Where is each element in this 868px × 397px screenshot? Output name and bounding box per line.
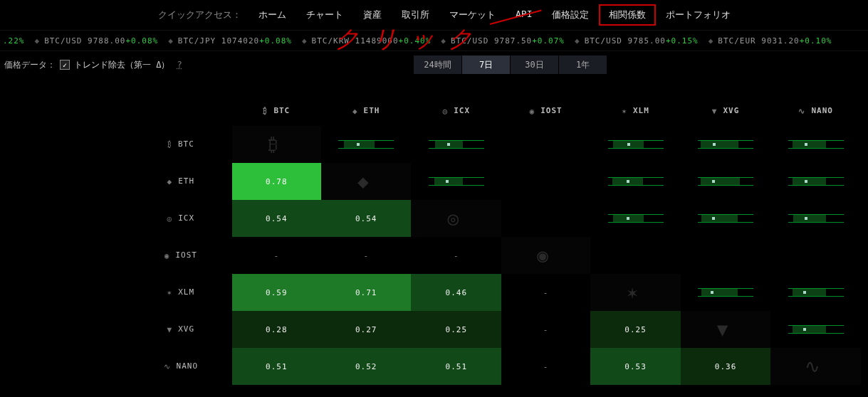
cell-NANO-IOST[interactable]: -	[501, 348, 590, 385]
cell-XLM-ICX[interactable]: 0.46	[411, 274, 501, 311]
cell-ICX-ICX[interactable]: ◎	[411, 200, 501, 237]
row-header-XVG: ▼XVG	[142, 311, 232, 348]
ticker-change: +0.10%	[800, 36, 832, 46]
cell-XLM-NANO[interactable]	[770, 274, 861, 311]
cell-XLM-BTC[interactable]: 0.59	[232, 274, 321, 311]
cell-ICX-NANO[interactable]	[770, 200, 861, 237]
cell-XLM-ETH[interactable]: 0.71	[321, 274, 412, 311]
cell-ETH-BTC[interactable]: 0.78	[232, 163, 321, 200]
cell-ICX-BTC[interactable]: 0.54	[232, 200, 321, 237]
cell-IOST-ICX[interactable]: -	[411, 237, 501, 274]
period-tab-3[interactable]: 1年	[559, 55, 607, 74]
cell-IOST-XLM[interactable]	[590, 237, 681, 274]
period-tab-1[interactable]: 7日	[462, 55, 511, 74]
period-tab-2[interactable]: 30日	[511, 55, 559, 74]
cell-ICX-XVG[interactable]	[681, 200, 771, 237]
cell-ETH-XLM[interactable]	[590, 163, 681, 200]
cell-ETH-XVG[interactable]	[681, 163, 771, 200]
eth-icon: ◆	[357, 171, 370, 192]
row-header-ETH: ◆ETH	[142, 163, 232, 200]
exchange-icon: ◆	[441, 36, 446, 46]
range-bar	[338, 140, 394, 149]
cell-IOST-ETH[interactable]: -	[321, 237, 412, 274]
col-header-BTC: ₿BTC	[232, 96, 321, 126]
range-bar	[788, 214, 844, 223]
range-bar	[429, 140, 484, 149]
cell-XVG-ETH[interactable]: 0.27	[321, 311, 412, 348]
help-icon[interactable]: ?	[177, 60, 182, 70]
ticker-fragment: .22%	[3, 36, 25, 46]
cell-XVG-BTC[interactable]: 0.28	[232, 311, 321, 348]
cell-XLM-XVG[interactable]	[681, 274, 771, 311]
cell-BTC-XLM[interactable]	[590, 126, 681, 163]
nav-items: ホームチャート資産取引所マーケットAPI価格設定相関係数ポートフォリオ	[249, 4, 741, 26]
trend-remove-label: トレンド除去（第一 Δ）	[74, 59, 169, 71]
cell-NANO-XVG[interactable]: 0.36	[681, 348, 771, 385]
quick-access-label: クイックアクセス：	[158, 9, 241, 21]
period-tab-0[interactable]: 24時間	[414, 55, 462, 74]
exchange-icon: ◆	[708, 36, 714, 46]
range-bar	[429, 177, 484, 186]
nav-item-4[interactable]: マーケット	[439, 4, 506, 26]
nav-item-2[interactable]: 資産	[353, 4, 392, 26]
cell-IOST-NANO[interactable]	[770, 237, 861, 274]
cell-XVG-IOST[interactable]: -	[501, 311, 590, 348]
cell-BTC-IOST[interactable]	[501, 126, 590, 163]
cell-ICX-XLM[interactable]	[590, 200, 681, 237]
trend-remove-checkbox[interactable]: ✓	[60, 60, 70, 70]
cell-BTC-XVG[interactable]	[681, 126, 771, 163]
exchange-icon: ◆	[168, 36, 174, 46]
nav-item-5[interactable]: API	[506, 4, 542, 26]
ticker-pair: BTC/USD 9788.00	[44, 36, 125, 46]
cell-NANO-XLM[interactable]: 0.53	[590, 348, 681, 385]
exchange-icon: ◆	[302, 36, 308, 46]
range-bar	[698, 214, 753, 223]
cell-NANO-BTC[interactable]: 0.51	[232, 348, 321, 385]
cell-XVG-XVG[interactable]: ▼	[681, 311, 771, 348]
nav-item-1[interactable]: チャート	[296, 4, 353, 26]
cell-ETH-ETH[interactable]: ◆	[321, 163, 412, 200]
cell-XLM-XLM[interactable]: ✶	[590, 274, 681, 311]
cell-BTC-BTC[interactable]: ₿	[232, 126, 321, 163]
nav-item-7[interactable]: 相関係数	[599, 4, 656, 26]
col-header-NANO: ∿NANO	[770, 96, 861, 126]
correlation-matrix: ₿BTC◆ETH◎ICX◉IOST✶XLM▼XVG∿NANO₿BTC₿◆ETH0…	[142, 96, 861, 385]
cell-XVG-XLM[interactable]: 0.25	[590, 311, 681, 348]
col-header-XVG: ▼XVG	[681, 96, 771, 126]
cell-NANO-NANO[interactable]: ∿	[770, 348, 861, 385]
ticker-change: +0.07%	[532, 36, 565, 46]
cell-BTC-NANO[interactable]	[770, 126, 861, 163]
cell-XVG-ICX[interactable]: 0.25	[411, 311, 501, 348]
cell-ICX-IOST[interactable]	[501, 200, 590, 237]
cell-BTC-ICX[interactable]	[411, 126, 501, 163]
cell-NANO-ETH[interactable]: 0.52	[321, 348, 412, 385]
exchange-icon: ◆	[35, 36, 41, 46]
ticker-pair: BTC/USD 9785.00	[585, 36, 666, 46]
row-header-IOST: ◉IOST	[142, 237, 232, 274]
exchange-icon: ◆	[575, 36, 580, 46]
cell-ICX-ETH[interactable]: 0.54	[321, 200, 412, 237]
price-ticker: .22%◆BTC/USD 9788.00 +0.08%◆BTC/JPY 1074…	[0, 30, 868, 51]
cell-XLM-IOST[interactable]: -	[501, 274, 590, 311]
cell-IOST-IOST[interactable]: ◉	[501, 237, 590, 274]
range-bar	[698, 140, 753, 149]
nav-item-0[interactable]: ホーム	[249, 4, 296, 26]
cell-ETH-IOST[interactable]	[501, 163, 590, 200]
cell-ETH-NANO[interactable]	[770, 163, 861, 200]
row-header-BTC: ₿BTC	[142, 126, 232, 163]
cell-NANO-ICX[interactable]: 0.51	[411, 348, 501, 385]
nav-item-3[interactable]: 取引所	[392, 4, 439, 26]
cell-IOST-BTC[interactable]: -	[232, 237, 321, 274]
range-bar	[608, 177, 664, 186]
nav-item-6[interactable]: 価格設定	[542, 4, 599, 26]
icx-icon: ◎	[447, 208, 459, 229]
cell-IOST-XVG[interactable]	[681, 237, 771, 274]
nav-item-8[interactable]: ポートフォリオ	[656, 4, 741, 26]
cell-ETH-ICX[interactable]	[411, 163, 501, 200]
range-bar	[698, 288, 753, 297]
cell-BTC-ETH[interactable]	[321, 126, 412, 163]
cell-XVG-NANO[interactable]	[770, 311, 861, 348]
ticker-change: +0.08%	[125, 36, 158, 46]
price-data-label: 価格データ：	[4, 59, 56, 71]
ticker-pair: BTC/JPY 1074020	[178, 36, 259, 46]
